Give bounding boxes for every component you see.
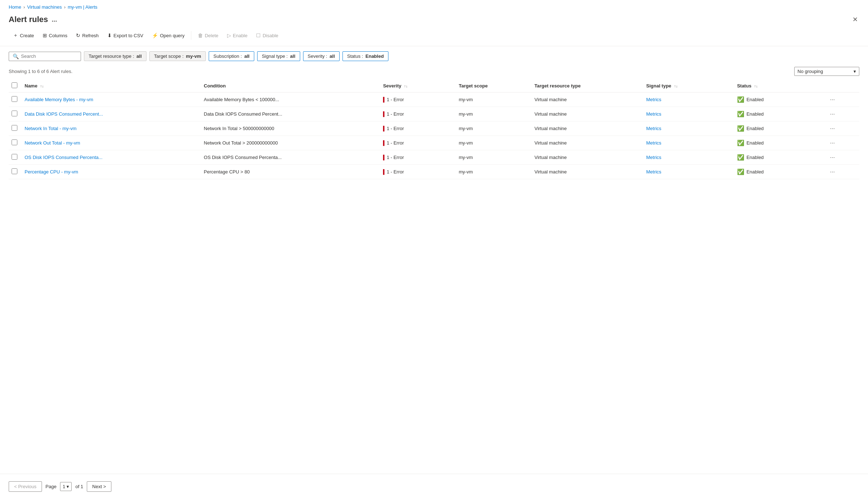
signal-sort-icon: ↑↓ (674, 84, 678, 88)
table-row: Percentage CPU - my-vm Percentage CPU > … (9, 165, 859, 179)
severity-text: 1 - Error (387, 111, 404, 117)
row-checkbox[interactable] (12, 125, 17, 131)
signal-type-link[interactable]: Metrics (646, 126, 661, 131)
close-button[interactable]: ✕ (851, 14, 859, 25)
row-checkbox[interactable] (12, 139, 17, 145)
severity-bar (383, 169, 384, 175)
row-checkbox-cell[interactable] (9, 93, 22, 107)
row-actions-cell[interactable]: ··· (825, 121, 859, 136)
row-more-actions-button[interactable]: ··· (828, 96, 837, 103)
target-scope-filter[interactable]: Target scope : my-vm (149, 51, 206, 61)
disable-button[interactable]: ☐ Disable (252, 30, 282, 40)
row-resource-type-cell: Virtual machine (532, 136, 643, 150)
row-signal-type-cell: Metrics (643, 107, 734, 121)
subscription-filter[interactable]: Subscription : all (209, 51, 254, 61)
row-checkbox[interactable] (12, 168, 17, 174)
create-button[interactable]: ＋ Create (9, 30, 38, 41)
signal-type-link[interactable]: Metrics (646, 111, 661, 117)
row-checkbox[interactable] (12, 96, 17, 102)
row-checkbox-cell[interactable] (9, 136, 22, 150)
alert-rule-link[interactable]: Network Out Total - my-vm (25, 140, 80, 146)
row-checkbox-cell[interactable] (9, 165, 22, 179)
signal-type-link[interactable]: Metrics (646, 169, 661, 175)
export-button[interactable]: ⬇ Export to CSV (103, 30, 148, 40)
grouping-select[interactable]: No grouping ▾ (794, 67, 859, 76)
row-resource-type-cell: Virtual machine (532, 165, 643, 179)
col-severity[interactable]: Severity ↑↓ (380, 79, 456, 93)
row-more-actions-button[interactable]: ··· (828, 168, 837, 176)
row-severity-cell: 1 - Error (380, 107, 456, 121)
alert-rule-link[interactable]: Percentage CPU - my-vm (25, 169, 78, 175)
delete-button[interactable]: 🗑 Delete (193, 30, 223, 40)
row-status-cell: ✅ Enabled (734, 150, 825, 165)
refresh-icon: ↻ (76, 33, 80, 38)
signal-type-filter[interactable]: Signal type : all (257, 51, 300, 61)
status-label: Enabled (746, 97, 764, 102)
alert-rule-link[interactable]: Available Memory Bytes - my-vm (25, 97, 93, 102)
enable-button[interactable]: ▷ Enable (223, 30, 252, 40)
open-query-button[interactable]: ⚡ Open query (148, 30, 189, 40)
target-resource-type-filter[interactable]: Target resource type : all (84, 51, 146, 61)
breadcrumb-vms[interactable]: Virtual machines (27, 4, 62, 10)
col-actions (825, 79, 859, 93)
row-checkbox[interactable] (12, 111, 17, 116)
col-signal-type[interactable]: Signal type ↑↓ (643, 79, 734, 93)
severity-text: 1 - Error (387, 155, 404, 160)
status-enabled-icon: ✅ (737, 154, 744, 161)
signal-type-link[interactable]: Metrics (646, 140, 661, 146)
status-label: Enabled (746, 126, 764, 131)
status-enabled-icon: ✅ (737, 139, 744, 146)
row-checkbox-cell[interactable] (9, 150, 22, 165)
search-input[interactable] (21, 53, 77, 59)
row-resource-type-cell: Virtual machine (532, 107, 643, 121)
select-all-checkbox[interactable] (12, 82, 17, 88)
signal-type-link[interactable]: Metrics (646, 155, 661, 160)
row-more-actions-button[interactable]: ··· (828, 125, 837, 132)
disable-icon: ☐ (256, 33, 261, 38)
row-condition-cell: Available Memory Bytes < 100000... (201, 93, 380, 107)
summary-row: Showing 1 to 6 of 6 Alert rules. No grou… (0, 65, 868, 79)
columns-button[interactable]: ⊞ Columns (38, 30, 72, 40)
col-status[interactable]: Status ↑↓ (734, 79, 825, 93)
row-more-actions-button[interactable]: ··· (828, 110, 837, 118)
severity-text: 1 - Error (387, 140, 404, 146)
row-more-actions-button[interactable]: ··· (828, 139, 837, 147)
alert-rule-link[interactable]: OS Disk IOPS Consumed Percenta... (25, 155, 102, 160)
breadcrumb: Home › Virtual machines › my-vm | Alerts (0, 0, 868, 12)
row-actions-cell[interactable]: ··· (825, 150, 859, 165)
col-name[interactable]: Name ↑↓ (22, 79, 201, 93)
row-more-actions-button[interactable]: ··· (828, 154, 837, 161)
col-target-resource-type: Target resource type (532, 79, 643, 93)
severity-text: 1 - Error (387, 126, 404, 131)
row-actions-cell[interactable]: ··· (825, 165, 859, 179)
row-condition-cell: Data Disk IOPS Consumed Percent... (201, 107, 380, 121)
row-signal-type-cell: Metrics (643, 136, 734, 150)
row-actions-cell[interactable]: ··· (825, 136, 859, 150)
row-name-cell: Network Out Total - my-vm (22, 136, 201, 150)
refresh-button[interactable]: ↻ Refresh (72, 30, 103, 40)
status-enabled-icon: ✅ (737, 168, 744, 175)
breadcrumb-alerts[interactable]: my-vm | Alerts (68, 4, 97, 10)
row-checkbox-cell[interactable] (9, 121, 22, 136)
row-severity-cell: 1 - Error (380, 121, 456, 136)
row-actions-cell[interactable]: ··· (825, 107, 859, 121)
severity-filter[interactable]: Severity : all (303, 51, 340, 61)
alert-rule-link[interactable]: Network In Total - my-vm (25, 126, 77, 131)
row-checkbox[interactable] (12, 154, 17, 160)
row-resource-type-cell: Virtual machine (532, 121, 643, 136)
alert-rule-link[interactable]: Data Disk IOPS Consumed Percent... (25, 111, 103, 117)
status-enabled-icon: ✅ (737, 96, 744, 103)
signal-type-link[interactable]: Metrics (646, 97, 661, 102)
row-status-cell: ✅ Enabled (734, 136, 825, 150)
status-filter[interactable]: Status : Enabled (342, 51, 388, 61)
row-checkbox-cell[interactable] (9, 107, 22, 121)
search-box[interactable]: 🔍 (9, 52, 81, 61)
more-options-icon[interactable]: ... (52, 16, 57, 23)
select-all-header[interactable] (9, 79, 22, 93)
breadcrumb-home[interactable]: Home (9, 4, 21, 10)
row-actions-cell[interactable]: ··· (825, 93, 859, 107)
status-enabled-icon: ✅ (737, 125, 744, 132)
table-row: Data Disk IOPS Consumed Percent... Data … (9, 107, 859, 121)
table-row: Available Memory Bytes - my-vm Available… (9, 93, 859, 107)
severity-bar (383, 111, 384, 117)
